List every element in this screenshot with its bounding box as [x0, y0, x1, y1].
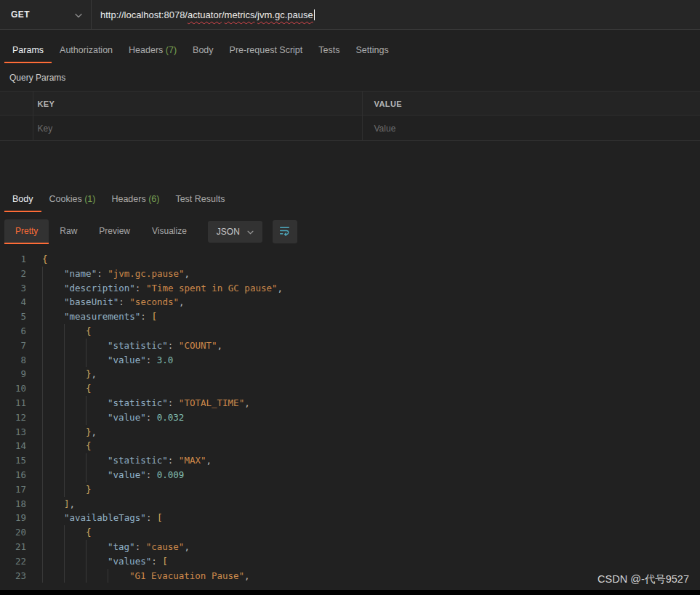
indent-guide	[42, 482, 64, 497]
code-token: ,	[278, 283, 283, 294]
code-line: 8"value": 3.0	[0, 353, 700, 368]
line-number: 6	[0, 324, 26, 339]
indent-guide	[42, 267, 64, 281]
code-line: 1{	[0, 252, 700, 267]
indent-guide	[42, 468, 64, 482]
req-tab-headers[interactable]: Headers (7)	[121, 39, 185, 63]
code-token: "cause"	[146, 541, 185, 552]
url-segment-misspelled: jvm.gc.pause	[257, 9, 313, 20]
line-content: "description": "Time spent in GC pause",	[42, 281, 283, 296]
indent-guide	[42, 281, 64, 296]
line-number: 15	[0, 453, 26, 468]
tab-label: Authorization	[60, 45, 113, 55]
method-select[interactable]: GET	[0, 0, 92, 29]
indent-guide	[42, 396, 64, 410]
code-line: 13},	[0, 425, 700, 440]
indent-guide	[42, 339, 64, 353]
code-line: 4"baseUnit": "seconds",	[0, 295, 700, 309]
watermark-text: CSDN @-代号9527	[598, 572, 689, 586]
resp-tab-test-results[interactable]: Test Results	[167, 187, 233, 212]
value-input-placeholder: Value	[374, 124, 396, 134]
indent-guide	[86, 468, 108, 482]
url-input[interactable]: http://localhost:8078/actuator/metrics/j…	[92, 0, 700, 29]
code-token: {	[86, 383, 92, 394]
resp-tab-headers[interactable]: Headers (6)	[103, 187, 167, 212]
indent-guide	[86, 554, 108, 569]
resp-tab-cookies[interactable]: Cookies (1)	[41, 187, 104, 212]
response-view-bar: PrettyRawPreviewVisualize JSON	[4, 219, 700, 244]
code-line: 6{	[0, 324, 700, 339]
wrap-text-icon	[278, 224, 291, 240]
tab-label: Tests	[318, 45, 339, 55]
tab-label: Headers	[129, 45, 163, 55]
line-number: 12	[0, 410, 26, 425]
tab-label: Body	[193, 45, 214, 55]
view-tab-pretty[interactable]: Pretty	[4, 219, 49, 244]
resp-tab-body[interactable]: Body	[4, 187, 41, 212]
query-params-title: Query Params	[0, 63, 700, 89]
key-input-cell[interactable]: Key	[33, 116, 362, 141]
param-input-row: Key Value	[0, 116, 700, 141]
line-content: {	[42, 252, 48, 267]
line-content: {	[42, 381, 92, 396]
indent-guide	[64, 540, 86, 554]
line-number: 16	[0, 468, 26, 482]
req-tab-tests[interactable]: Tests	[310, 39, 347, 63]
code-token: "G1 Evacuation Pause"	[129, 570, 244, 581]
code-token: "value"	[108, 469, 146, 480]
code-token: }	[86, 426, 92, 437]
tab-count-badge: (1)	[82, 194, 96, 204]
req-tab-body[interactable]: Body	[185, 39, 222, 63]
code-token: "seconds"	[129, 296, 179, 307]
value-input-cell[interactable]: Value	[362, 116, 700, 141]
line-content: "G1 Evacuation Pause",	[42, 569, 250, 583]
code-token: 0.009	[157, 469, 185, 480]
indent-guide	[42, 554, 64, 569]
line-number: 1	[0, 252, 26, 267]
value-column-header: VALUE	[374, 100, 402, 108]
url-segment: http://localhost:8078/	[100, 9, 188, 20]
indent-guide	[64, 482, 86, 497]
indent-guide	[42, 497, 64, 511]
req-tab-settings[interactable]: Settings	[347, 39, 396, 63]
response-section: BodyCookies (1)Headers (6)Test Results P…	[0, 187, 700, 583]
code-token: "statistic"	[108, 397, 168, 408]
code-token: :	[168, 340, 179, 351]
indent-guide	[64, 525, 86, 540]
indent-guide	[42, 367, 64, 381]
url-segment-misspelled: metrics	[225, 9, 255, 20]
indent-guide	[42, 525, 64, 540]
line-number: 10	[0, 381, 26, 396]
code-token: "statistic"	[108, 340, 168, 351]
code-line: 18],	[0, 497, 700, 511]
header-value-cell: VALUE	[362, 92, 700, 116]
view-tab-visualize[interactable]: Visualize	[141, 219, 198, 244]
indent-guide	[86, 339, 108, 353]
code-token: "values"	[108, 556, 151, 567]
code-token: :	[135, 541, 146, 552]
indent-guide	[64, 381, 86, 396]
format-dropdown[interactable]: JSON	[208, 221, 262, 243]
code-token: [	[162, 556, 168, 567]
wrap-text-button[interactable]	[273, 220, 297, 243]
line-number: 22	[0, 554, 26, 569]
line-number: 17	[0, 482, 26, 497]
view-tab-raw[interactable]: Raw	[49, 219, 88, 244]
line-content: },	[42, 367, 97, 381]
line-content: "availableTags": [	[42, 511, 162, 525]
header-key-cell: KEY	[33, 92, 362, 116]
tab-count-badge: (6)	[146, 194, 160, 204]
tab-label: Test Results	[175, 194, 225, 204]
code-token: {	[86, 527, 92, 538]
req-tab-authorization[interactable]: Authorization	[52, 39, 121, 63]
line-content: "values": [	[42, 554, 168, 569]
key-column-header: KEY	[38, 100, 55, 108]
tab-label: Params	[12, 45, 44, 55]
line-number: 13	[0, 425, 26, 440]
response-body-code[interactable]: 1{2"name": "jvm.gc.pause",3"description"…	[0, 252, 700, 583]
view-tab-preview[interactable]: Preview	[88, 219, 141, 244]
req-tab-params[interactable]: Params	[4, 39, 52, 63]
req-tab-pre-request-script[interactable]: Pre-request Script	[222, 39, 311, 63]
indent-guide	[64, 410, 86, 425]
code-token: "Time spent in GC pause"	[146, 283, 278, 294]
